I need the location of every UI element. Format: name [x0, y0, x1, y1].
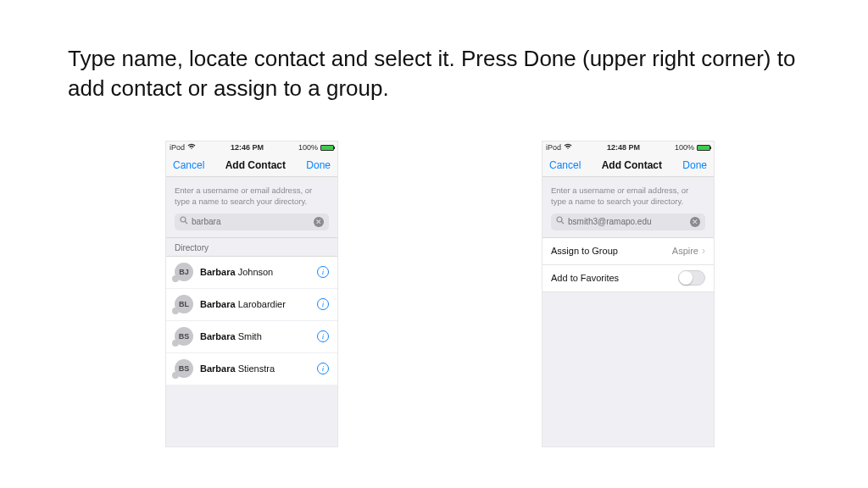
- done-button[interactable]: Done: [306, 159, 331, 171]
- favorites-toggle[interactable]: [678, 270, 705, 286]
- info-icon[interactable]: i: [317, 363, 329, 374]
- directory-section-header: Directory: [166, 238, 337, 257]
- clock: 12:48 PM: [607, 143, 640, 152]
- wifi-icon: [564, 143, 572, 152]
- search-icon: [556, 216, 565, 228]
- instruction-emphasis: Done: [524, 46, 576, 71]
- phone-left: iPod 12:46 PM 100% Cancel Add Contact Do…: [165, 141, 338, 447]
- contact-name: Barbara Smith: [200, 331, 310, 341]
- helper-text: Enter a username or email address, or ty…: [175, 186, 329, 208]
- search-helper-area: Enter a username or email address, or ty…: [542, 177, 714, 238]
- contact-row[interactable]: BL Barbara Larobardier i: [166, 289, 337, 321]
- avatar: BL: [175, 295, 193, 313]
- cancel-button[interactable]: Cancel: [549, 159, 581, 171]
- empty-space: [166, 385, 337, 446]
- contacts-list: BJ Barbara Johnson i BL Barbara Larobard…: [166, 257, 337, 385]
- battery-icon: [697, 145, 710, 151]
- nav-bar: Cancel Add Contact Done: [542, 153, 714, 177]
- search-value: bsmith3@ramapo.edu: [568, 216, 687, 228]
- carrier-label: iPod: [546, 143, 561, 152]
- contact-row[interactable]: BS Barbara Stienstra i: [166, 353, 337, 385]
- contact-row[interactable]: BS Barbara Smith i: [166, 321, 337, 353]
- info-icon[interactable]: i: [317, 298, 329, 310]
- nav-title: Add Contact: [225, 159, 286, 171]
- search-icon: [180, 216, 188, 228]
- nav-bar: Cancel Add Contact Done: [166, 153, 337, 177]
- search-value: barbara: [192, 216, 310, 228]
- chevron-right-icon: ›: [702, 245, 705, 257]
- battery-percent: 100%: [675, 143, 694, 152]
- battery-icon: [320, 145, 334, 151]
- battery-percent: 100%: [298, 143, 318, 152]
- add-to-favorites-row: Add to Favorites: [542, 265, 714, 292]
- status-bar: iPod 12:46 PM 100%: [166, 141, 337, 153]
- clock: 12:46 PM: [231, 143, 264, 152]
- status-bar: iPod 12:48 PM 100%: [542, 141, 714, 153]
- assign-label: Assign to Group: [551, 246, 618, 256]
- favorites-label: Add to Favorites: [551, 273, 619, 283]
- svg-point-0: [181, 217, 186, 222]
- instruction-part1: Type name, locate contact and select it.…: [68, 46, 524, 71]
- search-input[interactable]: barbara ✕: [175, 214, 329, 230]
- contact-name: Barbara Larobardier: [200, 299, 310, 309]
- nav-title: Add Contact: [602, 159, 662, 171]
- svg-point-2: [557, 217, 562, 222]
- info-icon[interactable]: i: [317, 330, 329, 342]
- info-icon[interactable]: i: [317, 266, 329, 278]
- clear-search-icon[interactable]: ✕: [314, 217, 324, 227]
- avatar: BJ: [175, 263, 193, 281]
- cancel-button[interactable]: Cancel: [173, 159, 204, 171]
- phone-right: iPod 12:48 PM 100% Cancel Add Contact Do…: [542, 141, 715, 447]
- search-input[interactable]: bsmith3@ramapo.edu ✕: [551, 214, 705, 230]
- done-button[interactable]: Done: [682, 159, 707, 171]
- avatar: BS: [175, 327, 193, 346]
- avatar: BS: [175, 359, 193, 378]
- contact-row[interactable]: BJ Barbara Johnson i: [166, 257, 337, 289]
- assign-value: Aspire: [672, 246, 698, 256]
- toggle-knob: [679, 271, 693, 285]
- contact-name: Barbara Johnson: [200, 267, 310, 277]
- svg-line-3: [561, 221, 564, 224]
- carrier-label: iPod: [170, 143, 185, 152]
- instruction-text: Type name, locate contact and select it.…: [68, 44, 814, 103]
- empty-space: [542, 292, 714, 446]
- search-helper-area: Enter a username or email address, or ty…: [166, 177, 337, 238]
- helper-text: Enter a username or email address, or ty…: [551, 186, 705, 208]
- wifi-icon: [187, 143, 196, 152]
- clear-search-icon[interactable]: ✕: [690, 217, 700, 227]
- assign-to-group-row[interactable]: Assign to Group Aspire ›: [542, 238, 714, 265]
- contact-name: Barbara Stienstra: [200, 363, 310, 374]
- svg-line-1: [185, 221, 187, 224]
